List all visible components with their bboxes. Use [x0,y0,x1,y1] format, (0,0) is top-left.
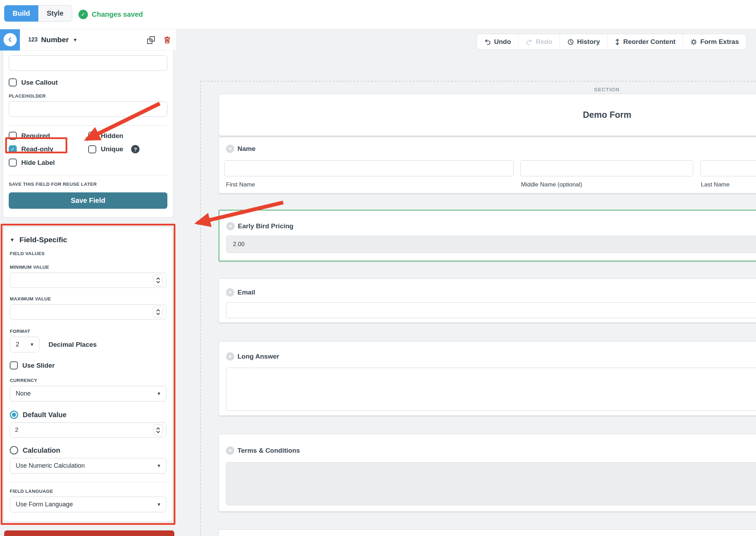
caret-down-icon: ▼ [157,502,161,507]
duplicate-field-icon[interactable] [147,36,155,44]
placeholder-label: PLACEHOLDER [9,93,167,99]
help-icon[interactable]: ? [131,145,139,153]
form-extras-button[interactable]: Form Extras [683,34,746,49]
use-callout-checkbox[interactable] [9,78,17,86]
use-slider-checkbox[interactable] [10,361,18,369]
read-only-checkbox[interactable]: ✓ [9,145,17,153]
field-label-input[interactable] [9,55,167,71]
delete-field-button[interactable]: Delete Field [4,530,174,536]
last-name-label: Last Name [701,181,729,188]
field-specific-panel: ▼ Field-Specific FIELD VALUES MINIMUM VA… [4,227,172,522]
field-settings-sidebar: 123 Number ▼ Use Callout PLACEHOLDER [0,29,176,536]
calculation-value: Use Numeric Calculation [16,462,85,469]
default-value-input[interactable] [10,422,166,438]
field-specific-header[interactable]: ▼ Field-Specific [10,236,166,244]
decimal-places-value: 2 [16,341,19,348]
number-stepper[interactable] [153,306,163,318]
field-options-panel: Use Callout PLACEHOLDER Required Hidden … [3,51,173,217]
field-language-value: Use Form Language [16,501,73,508]
default-value-label: Default Value [23,411,67,419]
read-only-label: Read-only [21,145,53,153]
hidden-checkbox[interactable] [88,132,96,140]
currency-label: CURRENCY [10,378,166,383]
section-label: SECTION [201,86,756,92]
history-button[interactable]: History [560,34,607,49]
required-checkbox[interactable] [9,132,17,140]
gear-icon [690,39,697,45]
unique-checkbox[interactable] [88,145,96,153]
use-callout-label: Use Callout [21,79,58,86]
field-settings-header: 123 Number ▼ [0,29,176,51]
calculation-option[interactable]: Calculation [10,446,166,454]
divider [9,175,167,175]
name-field-label: Name [237,145,256,153]
calculation-radio[interactable] [10,446,18,454]
redo-button[interactable]: Redo [518,34,560,49]
use-slider-option[interactable]: Use Slider [10,361,166,369]
reorder-content-button[interactable]: Reorder Content [607,34,683,49]
required-option[interactable]: Required [9,132,88,140]
field-handle-icon: * [226,145,234,153]
name-field-card[interactable]: * Name First Name Middle Name (optional)… [219,137,756,193]
collapse-caret-icon: ▼ [10,237,15,243]
style-tab[interactable]: Style [38,5,72,22]
build-tab[interactable]: Build [4,5,38,22]
last-name-input[interactable] [700,160,756,176]
minimum-value-input[interactable] [10,273,166,288]
read-only-option[interactable]: ✓ Read-only [9,145,88,153]
redo-label: Redo [536,38,552,46]
unique-option[interactable]: Unique ? [88,145,167,153]
top-bar: Build Style ✓ Changes saved [0,0,756,29]
email-field-label: Email [237,289,255,296]
field-language-select[interactable]: Use Form Language ▼ [10,497,166,512]
field-type-title: Number [41,36,69,44]
email-input[interactable] [226,302,756,318]
form-canvas: Undo Redo History Reorder Content Form E… [176,29,756,536]
field-specific-title: Field-Specific [20,236,67,244]
middle-name-label: Middle Name (optional) [521,181,582,188]
caret-down-icon: ▼ [157,463,161,468]
first-name-input[interactable] [224,160,514,176]
required-label: Required [21,132,50,140]
form-extras-label: Form Extras [700,38,739,46]
first-name-label: First Name [226,181,255,188]
field-language-label: FIELD LANGUAGE [10,489,166,494]
terms-field-card[interactable]: * Terms & Conditions [219,434,756,512]
long-answer-field-card[interactable]: * Long Answer [219,341,756,416]
decimal-places-select[interactable]: 2 ▼ [10,337,39,352]
build-style-toggle: Build Style [4,5,72,22]
default-value-radio[interactable] [10,411,18,419]
maximum-value-input[interactable] [10,304,166,320]
long-answer-textarea[interactable] [226,368,756,411]
early-bird-pricing-field-card[interactable]: * Early Bird Pricing [219,210,756,261]
next-field-card[interactable] [219,529,756,536]
form-title-card[interactable]: Demo Form [219,94,756,136]
number-stepper[interactable] [153,424,163,436]
number-stepper[interactable] [153,274,163,286]
use-callout-option[interactable]: Use Callout [9,78,167,86]
chevron-left-icon [3,33,17,46]
field-type-caret-icon[interactable]: ▼ [73,37,77,43]
collapse-panel-button[interactable] [0,29,20,51]
delete-field-icon[interactable] [163,36,171,44]
history-label: History [577,38,600,46]
caret-down-icon: ▼ [157,391,161,396]
currency-select[interactable]: None ▼ [10,386,166,401]
terms-textarea[interactable] [226,462,756,505]
default-value-option[interactable]: Default Value [10,411,166,419]
undo-button[interactable]: Undo [477,34,519,49]
early-bird-value-input[interactable] [226,236,756,253]
hide-label-checkbox[interactable] [9,159,17,167]
save-field-button[interactable]: Save Field [9,192,167,209]
hide-label-option[interactable]: Hide Label [9,159,88,167]
placeholder-input[interactable] [9,101,167,117]
email-field-card[interactable]: * Email [219,278,756,323]
hidden-label: Hidden [101,132,123,140]
middle-name-input[interactable] [520,160,693,176]
calculation-select[interactable]: Use Numeric Calculation ▼ [10,458,166,474]
hide-label-label: Hide Label [21,159,55,167]
divider [9,125,167,125]
hidden-option[interactable]: Hidden [88,132,167,140]
canvas-toolbar: Undo Redo History Reorder Content Form E… [477,34,747,50]
save-reuse-label: SAVE THIS FIELD FOR REUSE LATER [9,182,167,187]
